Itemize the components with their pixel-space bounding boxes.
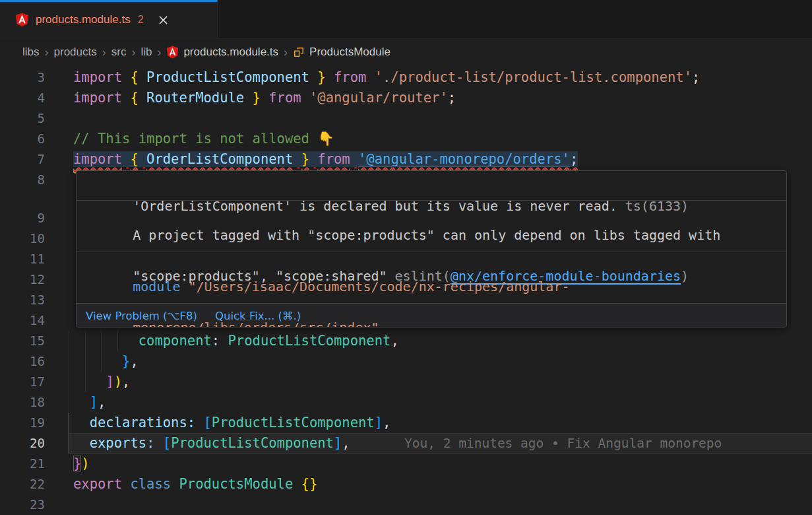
hover-popup: 'OrderListComponent' is declared but its…	[76, 170, 787, 327]
indent-guide	[69, 351, 69, 372]
line-number: 17	[0, 372, 45, 392]
line-number: 7	[0, 149, 45, 170]
code-line-text: import { ProductListComponent } from './…	[73, 67, 700, 88]
code-line-3[interactable]: 3import { ProductListComponent } from '.…	[0, 67, 812, 88]
breadcrumb-file-label: products.module.ts	[183, 46, 278, 59]
git-blame-annotation: You, 2 minutes ago • Fix Angular monorep…	[404, 433, 722, 454]
code-line-20[interactable]: 20 exports: [ProductListComponent],You, …	[0, 433, 812, 454]
chevron-right-icon: ›	[102, 46, 106, 59]
tab-title: products.module.ts	[36, 13, 131, 26]
code-line-15[interactable]: 15 component: ProductListComponent,	[0, 331, 812, 351]
angular-icon	[166, 46, 179, 59]
indent-guide	[69, 392, 69, 413]
line-number: 12	[0, 269, 45, 290]
code-line-text: })	[73, 454, 90, 474]
chevron-right-icon: ›	[284, 46, 288, 59]
module-keyword: module	[133, 279, 180, 294]
ts-problem-message: 'OrderListComponent' is declared but its…	[133, 198, 617, 214]
line-number: 19	[0, 413, 45, 433]
eslint-source-suffix: )	[681, 268, 689, 284]
code-line-7[interactable]: 7import { OrderListComponent } from '@an…	[0, 149, 812, 170]
error-squiggle: import { OrderListComponent } from '@ang…	[73, 151, 578, 167]
editor-tab-products-module[interactable]: products.module.ts 2	[0, 0, 218, 38]
indent-guide	[69, 372, 69, 392]
code-line-17[interactable]: 17 ]),	[0, 372, 812, 392]
breadcrumb-symbol-label: ProductsModule	[309, 46, 390, 59]
line-number: 8	[0, 170, 45, 190]
code-line-16[interactable]: 16 },	[0, 351, 812, 372]
indent-guide	[69, 331, 69, 351]
class-symbol-icon	[293, 46, 305, 58]
line-number: 16	[0, 351, 45, 372]
code-line-text: // This import is not allowed 👇	[73, 129, 334, 149]
code-editor[interactable]: 3import { ProductListComponent } from '.…	[0, 66, 812, 515]
code-line-text: exports: [ProductListComponent],	[73, 433, 350, 454]
line-number: 18	[0, 392, 45, 413]
code-line-5[interactable]: 5	[0, 108, 812, 129]
view-problem-link[interactable]: View Problem (⌥F8)	[86, 310, 197, 322]
breadcrumb-item-src[interactable]: src	[111, 46, 127, 59]
breadcrumb: libs › products › src › lib › products.m…	[0, 38, 812, 66]
breadcrumb-item-symbol[interactable]: ProductsModule	[293, 46, 390, 59]
eslint-message-line1: A project tagged with "scope:products" c…	[133, 227, 720, 243]
angular-icon	[15, 13, 29, 27]
close-icon[interactable]	[158, 15, 168, 25]
line-number: 6	[0, 129, 45, 149]
line-number: 20	[0, 433, 45, 454]
line-number: 23	[0, 495, 45, 515]
line-number: 15	[0, 331, 45, 351]
breadcrumb-item-file[interactable]: products.module.ts	[166, 46, 278, 59]
line-number: 3	[0, 67, 45, 88]
line-number: 22	[0, 474, 45, 495]
line-number: 4	[0, 88, 45, 108]
line-number: 13	[0, 290, 45, 310]
breadcrumb-item-lib[interactable]: lib	[141, 46, 152, 59]
active-indent-guide	[69, 433, 69, 454]
code-line-19[interactable]: 19 declarations: [ProductListComponent],	[0, 413, 812, 433]
tab-bar: products.module.ts 2	[0, 0, 812, 38]
code-line-6[interactable]: 6// This import is not allowed 👇	[0, 129, 812, 149]
code-line-text: ],	[73, 392, 106, 413]
code-line-text: component: ProductListComponent,	[73, 331, 399, 351]
chevron-right-icon: ›	[131, 46, 135, 59]
breadcrumb-item-products[interactable]: products	[54, 46, 97, 59]
chevron-right-icon: ›	[45, 46, 49, 59]
module-import-link[interactable]: '@angular-monorepo/orders'	[358, 151, 570, 167]
breadcrumb-item-libs[interactable]: libs	[22, 46, 40, 59]
line-number: 5	[0, 108, 45, 129]
line-number: 10	[0, 228, 45, 249]
code-line-22[interactable]: 22export class ProductsModule {}	[0, 474, 812, 495]
line-number: 14	[0, 310, 45, 331]
chevron-right-icon: ›	[157, 46, 161, 59]
code-line-21[interactable]: 21})	[0, 454, 812, 474]
code-line-text: import { RouterModule } from '@angular/r…	[73, 88, 456, 108]
ts-problem-source: ts(6133)	[625, 198, 689, 214]
code-line-18[interactable]: 18 ],	[0, 392, 812, 413]
module-path-line1: "/Users/isaac/Documents/code/nx-recipes/…	[189, 279, 570, 294]
tab-problem-count: 2	[138, 14, 144, 26]
code-line-text: import { OrderListComponent } from '@ang…	[73, 149, 578, 170]
quick-fix-link[interactable]: Quick Fix... (⌘.)	[215, 310, 301, 322]
ts-problem-section: 'OrderListComponent' is declared but its…	[77, 171, 786, 201]
code-line-4[interactable]: 4import { RouterModule } from '@angular/…	[0, 88, 812, 108]
code-line-text: },	[73, 351, 139, 372]
line-number: 11	[0, 249, 45, 269]
code-line-text: ]),	[73, 372, 130, 392]
active-indent-guide	[69, 413, 69, 433]
code-line-text: declarations: [ProductListComponent],	[73, 413, 390, 433]
line-number: 9	[0, 208, 45, 228]
code-line-text: export class ProductsModule {}	[73, 474, 317, 495]
code-line-23[interactable]: 23	[0, 495, 812, 515]
line-number: 21	[0, 454, 45, 474]
